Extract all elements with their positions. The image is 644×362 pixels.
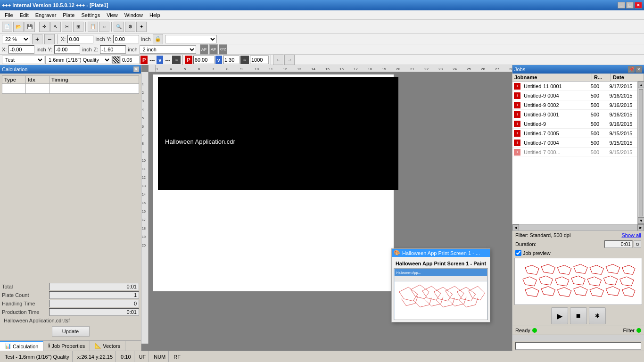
job-r: 500 (586, 131, 604, 136)
jobs-pin-btn[interactable]: 📌 (628, 66, 635, 73)
y1-input[interactable] (113, 35, 139, 43)
menu-file[interactable]: File (2, 11, 16, 19)
scroll-down-arrow[interactable]: ▼ (638, 217, 644, 224)
scroll-right-arrow[interactable]: ► (637, 224, 644, 231)
copy-btn[interactable]: ⊞ (73, 22, 83, 32)
status-profile: Test - 1.6mm (1/16'') Quality (2, 351, 73, 362)
scroll-left-arrow[interactable]: ◄ (512, 224, 519, 231)
popup-preview[interactable]: Halloween App... (394, 268, 488, 320)
arrow-right-btn[interactable]: → (284, 55, 295, 65)
minimize-btn[interactable]: _ (618, 2, 625, 8)
z-dropdown[interactable]: 2 inch (140, 45, 196, 54)
zoom-in-btn[interactable]: + (32, 34, 42, 44)
flip-btn[interactable]: ↔ (99, 22, 109, 32)
v2-value-input[interactable] (223, 56, 239, 64)
list-item[interactable]: i Untitled-9 500 9/16/2015 (512, 119, 637, 129)
stop-button[interactable]: ■ (570, 307, 587, 324)
maximize-btn[interactable]: □ (626, 2, 634, 8)
x1-input[interactable] (67, 35, 93, 43)
material-select[interactable]: Test (2, 56, 44, 64)
uf-text: UF (139, 354, 146, 360)
menu-view[interactable]: View (104, 11, 121, 19)
dots2: --- (164, 57, 171, 63)
r-value-input[interactable] (193, 56, 215, 64)
settings-button[interactable]: ✱ (589, 307, 606, 324)
row-timing: 0:01 (50, 84, 139, 94)
prop-input1[interactable] (121, 56, 140, 64)
job-preview-checkbox-row: Job preview (512, 249, 644, 257)
scroll-thumb[interactable] (639, 89, 643, 216)
list-item[interactable]: i Untitled-7 0005 500 9/15/2015 (512, 129, 637, 138)
x2-input[interactable] (8, 45, 34, 54)
job-preview-checkbox[interactable] (515, 250, 521, 256)
lock-btn[interactable]: 🔒 (153, 34, 163, 44)
paste-btn[interactable]: 📋 (88, 22, 98, 32)
list-item[interactable]: i Untitled-9 0002 500 9/16/2015 (512, 100, 637, 110)
move-btn[interactable]: ✛ (39, 22, 50, 32)
menu-engraver[interactable]: Engraver (33, 11, 59, 19)
refresh-btn[interactable]: ↻ (634, 240, 641, 248)
w2-value-input[interactable] (250, 56, 269, 64)
svg-rect-3 (395, 276, 487, 282)
scroll-bottom: ◄ ► (512, 224, 644, 230)
xyz-btn[interactable]: XYZ (219, 44, 227, 55)
update-button[interactable]: Update (52, 326, 90, 337)
job-name: Untitled-11 0001 (522, 83, 586, 89)
jobs-close-btn[interactable]: ✕ (636, 66, 642, 73)
job-r: 500 (586, 149, 604, 155)
pattern-icon (112, 56, 120, 64)
show-all-link[interactable]: Show all (621, 232, 641, 238)
new-btn[interactable]: 📄 (2, 22, 12, 32)
job-name: Untitled-7 0004 (522, 140, 586, 146)
cut-btn[interactable]: ✂ (62, 22, 72, 32)
quality-select[interactable]: 1.6mm (1/16'') Quality (45, 56, 111, 64)
tab-job-properties[interactable]: ℹ Job Properties (43, 341, 90, 351)
list-item[interactable]: i Untitled-9 0001 500 9/16/2015 (512, 110, 637, 119)
ready-dot (532, 328, 537, 333)
coord-dropdown[interactable] (165, 35, 217, 43)
zoom-select[interactable]: 22 % (2, 35, 30, 43)
open-btn[interactable]: 📂 (13, 22, 24, 32)
y2-input[interactable] (54, 45, 80, 54)
filter-label2: Filter (623, 328, 635, 333)
close-btn[interactable]: ✕ (635, 2, 642, 8)
y1-unit: inch (141, 36, 150, 42)
job-r: 500 (586, 102, 604, 108)
play-button[interactable]: ▶ (551, 307, 568, 324)
x2-unit: inch (36, 47, 46, 52)
save-btn[interactable]: 💾 (25, 22, 35, 32)
z2-unit: inch (128, 47, 137, 52)
menu-settings[interactable]: Settings (78, 11, 103, 19)
scrollbar[interactable]: ▲ ▼ (637, 82, 644, 224)
production-time-row: Production Time 0:01 (2, 308, 139, 316)
z2-input[interactable] (100, 45, 126, 54)
job-icon: i (512, 82, 522, 91)
menu-plate[interactable]: Plate (60, 11, 77, 19)
close-calc-btn[interactable]: ✕ (133, 66, 139, 72)
y2-label: Y: (48, 47, 53, 52)
arrow-left-btn[interactable]: ← (273, 55, 283, 65)
select-btn[interactable]: ↖ (50, 22, 61, 32)
menu-edit[interactable]: Edit (17, 11, 32, 19)
menu-help[interactable]: Help (147, 11, 163, 19)
list-item[interactable]: i Untitled-7 0004 500 9/15/2015 (512, 138, 637, 148)
v2-badge: v (215, 56, 222, 64)
scroll-up-arrow[interactable]: ▲ (638, 82, 644, 88)
zoom-out-btn[interactable]: − (44, 34, 55, 44)
plate-count-value: 1 (49, 291, 139, 299)
job-date: 9/15/2015 (604, 140, 637, 146)
list-item[interactable]: i Untitled-9 0004 500 9/16/2015 (512, 91, 637, 100)
gear-btn[interactable]: ⚙ (125, 22, 135, 32)
duration-value: 0:01 (604, 240, 633, 248)
tab-vectors[interactable]: 📐 Vectors (90, 341, 125, 351)
tab-calculation[interactable]: 📊 Calculation (0, 341, 43, 351)
scroll-track-h[interactable] (519, 224, 637, 230)
list-item[interactable]: i Untitled-11 0001 500 9/17/2015 (512, 82, 637, 91)
af2-btn[interactable]: AF (209, 44, 218, 55)
af1-btn[interactable]: AF (200, 44, 208, 55)
list-item[interactable]: i Untitled-7 000... 500 9/15/2015 (512, 148, 637, 157)
menu-window[interactable]: Window (122, 11, 146, 19)
star-btn[interactable]: ✦ (136, 22, 147, 32)
coord-bar2: X: inch Y: inch Z: inch 2 inch AF AF XYZ (0, 44, 644, 55)
view-btn[interactable]: 🔍 (114, 22, 124, 32)
